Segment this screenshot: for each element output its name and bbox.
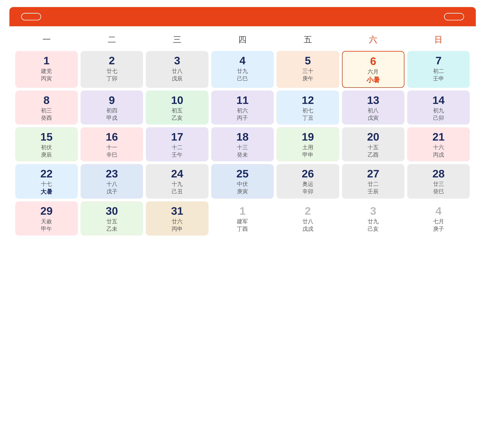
day-cell-29[interactable]: 29天赦甲午 bbox=[15, 201, 78, 235]
day-cell-7[interactable]: 7初二壬申 bbox=[407, 51, 470, 88]
day-number: 21 bbox=[432, 131, 445, 143]
day-cell-18[interactable]: 18十三癸未 bbox=[211, 127, 274, 161]
day-number: 13 bbox=[367, 94, 379, 106]
day-sub1: 廿二 bbox=[368, 180, 379, 188]
day-sub2: 庚辰 bbox=[41, 151, 52, 159]
day-cell-8[interactable]: 8初三癸酉 bbox=[15, 91, 78, 125]
day-sub2: 乙未 bbox=[106, 225, 117, 233]
day-cell-27[interactable]: 27廿二壬辰 bbox=[342, 164, 405, 199]
days-grid: 1建党丙寅2廿七丁卯3廿八戊辰4廿九己巳5三十庚午6六月小暑7初二壬申8初三癸酉… bbox=[9, 49, 476, 241]
weekday-label-3: 四 bbox=[211, 32, 274, 47]
day-sub1: 中伏 bbox=[237, 180, 248, 188]
day-cell-22[interactable]: 22十七大暑 bbox=[15, 164, 78, 199]
day-cell-20[interactable]: 20十五乙酉 bbox=[342, 127, 405, 161]
day-sub2: 乙亥 bbox=[172, 114, 183, 122]
day-cell-17[interactable]: 17十二壬午 bbox=[146, 127, 208, 161]
day-sub1: 三十 bbox=[302, 67, 313, 75]
day-sub2: 己卯 bbox=[433, 114, 444, 122]
day-sub2: 辛巳 bbox=[106, 151, 117, 159]
day-cell-21[interactable]: 21十六丙戌 bbox=[407, 127, 470, 161]
day-sub2: 庚午 bbox=[302, 75, 313, 82]
day-sub1: 十一 bbox=[106, 144, 117, 151]
day-cell-19[interactable]: 19土用甲申 bbox=[276, 127, 339, 161]
day-cell-1[interactable]: 1建党丙寅 bbox=[15, 51, 78, 88]
day-number: 9 bbox=[109, 94, 115, 106]
day-sub2: 壬申 bbox=[433, 75, 444, 82]
day-sub2: 丁丑 bbox=[302, 114, 313, 122]
day-number: 18 bbox=[236, 131, 249, 143]
day-cell-30[interactable]: 30廿五乙未 bbox=[80, 201, 143, 235]
day-cell-15[interactable]: 15初伏庚辰 bbox=[15, 127, 78, 161]
day-sub1: 奥运 bbox=[302, 180, 313, 188]
day-sub1: 初伏 bbox=[41, 144, 52, 151]
day-sub2: 戊子 bbox=[106, 188, 117, 195]
day-sub2: 辛卯 bbox=[302, 188, 313, 195]
day-sub2: 癸巳 bbox=[433, 188, 444, 195]
day-sub2: 丙申 bbox=[172, 225, 183, 233]
day-sub1: 土用 bbox=[302, 144, 313, 151]
day-sub2: 癸酉 bbox=[41, 114, 52, 122]
day-cell-6[interactable]: 6六月小暑 bbox=[342, 51, 405, 88]
day-sub2: 庚寅 bbox=[237, 188, 248, 195]
day-sub2: 丙子 bbox=[237, 114, 248, 122]
day-number: 12 bbox=[302, 94, 314, 106]
day-sub1: 十五 bbox=[368, 144, 379, 151]
day-sub2: 己巳 bbox=[237, 75, 248, 82]
day-number: 28 bbox=[432, 168, 445, 180]
day-number: 20 bbox=[367, 131, 379, 143]
day-sub2: 丁酉 bbox=[237, 225, 248, 233]
day-sub2: 丁卯 bbox=[106, 75, 117, 82]
day-cell-12[interactable]: 12初七丁丑 bbox=[276, 91, 339, 125]
next-month-button[interactable] bbox=[444, 13, 464, 20]
day-cell-10[interactable]: 10初五乙亥 bbox=[146, 91, 208, 125]
day-sub1: 初二 bbox=[433, 67, 444, 75]
day-number: 27 bbox=[367, 168, 379, 180]
day-cell-26[interactable]: 26奥运辛卯 bbox=[276, 164, 339, 199]
weekday-label-4: 五 bbox=[276, 32, 339, 47]
day-cell-25[interactable]: 25中伏庚寅 bbox=[211, 164, 274, 199]
weekday-label-0: 一 bbox=[15, 32, 78, 47]
day-cell-2[interactable]: 2廿七丁卯 bbox=[80, 51, 143, 88]
day-number: 24 bbox=[171, 168, 183, 180]
day-number: 30 bbox=[106, 205, 118, 217]
day-sub1: 六月 bbox=[368, 68, 379, 75]
day-sub1: 十七 bbox=[41, 180, 52, 188]
day-cell-5[interactable]: 5三十庚午 bbox=[276, 51, 339, 88]
day-sub1: 廿九 bbox=[368, 218, 379, 225]
day-sub1: 初七 bbox=[302, 107, 313, 114]
day-sub1: 廿八 bbox=[302, 218, 313, 225]
day-number: 31 bbox=[171, 205, 183, 217]
day-cell-14[interactable]: 14初九己卯 bbox=[407, 91, 470, 125]
day-sub2: 壬午 bbox=[172, 151, 183, 159]
day-cell-9[interactable]: 9初四甲戌 bbox=[80, 91, 143, 125]
day-cell-31[interactable]: 31廿六丙申 bbox=[146, 201, 208, 235]
day-sub1: 十八 bbox=[106, 180, 117, 188]
day-cell-13[interactable]: 13初八戊寅 bbox=[342, 91, 405, 125]
day-sub1: 建军 bbox=[237, 218, 248, 225]
prev-month-button[interactable] bbox=[21, 13, 41, 20]
day-sub1: 十六 bbox=[433, 144, 444, 151]
day-sub2: 甲午 bbox=[41, 225, 52, 233]
day-number: 17 bbox=[171, 131, 183, 143]
day-sub1: 七月 bbox=[433, 218, 444, 225]
day-sub1: 初四 bbox=[106, 107, 117, 114]
calendar-header bbox=[9, 7, 476, 26]
day-cell-23[interactable]: 23十八戊子 bbox=[80, 164, 143, 199]
day-number: 29 bbox=[40, 205, 53, 217]
day-sub1: 廿六 bbox=[172, 218, 183, 225]
weekday-label-1: 二 bbox=[80, 32, 143, 47]
day-sub1: 廿八 bbox=[172, 67, 183, 75]
weekday-row: 一二三四五六日 bbox=[9, 26, 476, 49]
day-number: 8 bbox=[44, 94, 50, 106]
day-number: 4 bbox=[435, 205, 441, 217]
day-cell-3[interactable]: 3廿八戊辰 bbox=[146, 51, 208, 88]
day-cell-4[interactable]: 4廿九己巳 bbox=[211, 51, 274, 88]
day-cell-28[interactable]: 28廿三癸巳 bbox=[407, 164, 470, 199]
day-sub1: 廿五 bbox=[106, 218, 117, 225]
day-cell-24[interactable]: 24十九己丑 bbox=[146, 164, 208, 199]
day-cell-16[interactable]: 16十一辛巳 bbox=[80, 127, 143, 161]
day-sub1: 初八 bbox=[368, 107, 379, 114]
day-sub2: 甲戌 bbox=[106, 114, 117, 122]
day-cell-11[interactable]: 11初六丙子 bbox=[211, 91, 274, 125]
weekday-label-5: 六 bbox=[342, 32, 405, 47]
